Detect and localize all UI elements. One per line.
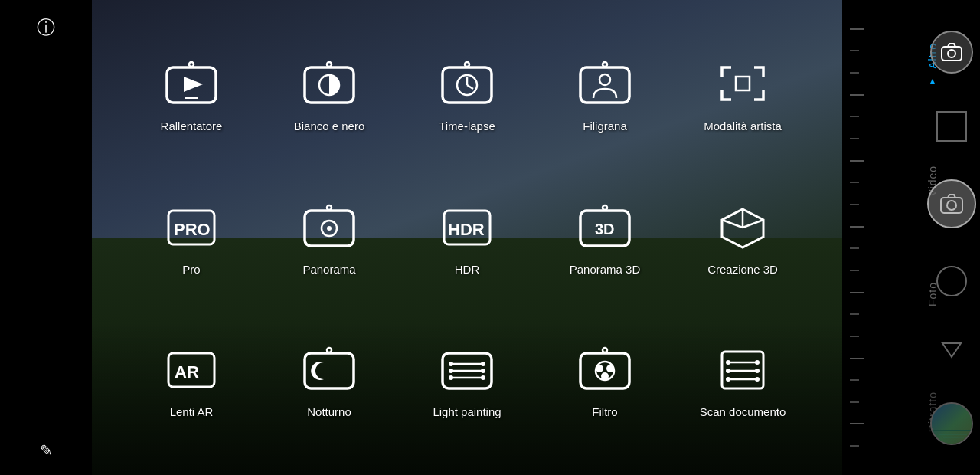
svg-point-34 [327, 348, 332, 352]
tick [850, 226, 864, 228]
svg-text:HDR: HDR [448, 220, 485, 239]
tick [850, 358, 864, 359]
mode-panorama[interactable]: Panorama [276, 200, 383, 276]
mode-pro[interactable]: PRO Pro [138, 200, 245, 276]
tick [850, 50, 859, 51]
panorama-3d-icon: 3D [574, 200, 635, 254]
mode-modalita-artista[interactable]: Modalità artista [689, 57, 796, 133]
mode-filtro[interactable]: Filtro [551, 342, 658, 418]
mode-filigrana[interactable]: Filigrana [551, 57, 658, 133]
circle-button[interactable] [936, 266, 967, 296]
svg-line-29 [722, 220, 743, 228]
tick [850, 445, 859, 447]
notturno-icon [299, 342, 360, 396]
panorama-icon [299, 200, 360, 254]
tick [850, 94, 864, 96]
lenti-ar-icon: AR [161, 342, 222, 396]
mode-notturno[interactable]: Notturno [276, 342, 383, 418]
rallentatore-label: Rallentatore [161, 120, 223, 133]
svg-point-14 [599, 74, 610, 85]
pro-label: Pro [182, 263, 200, 276]
tick [850, 313, 859, 315]
svg-point-38 [481, 362, 485, 366]
time-lapse-label: Time-lapse [439, 120, 495, 133]
svg-line-11 [467, 85, 473, 89]
shutter-button[interactable] [927, 179, 976, 228]
tick [850, 138, 859, 139]
svg-marker-65 [942, 343, 961, 357]
mode-hdr[interactable]: HDR HDR [413, 200, 521, 276]
creazione-3d-label: Creazione 3D [707, 263, 778, 276]
panorama-3d-label: Panorama 3D [570, 263, 641, 276]
mode-row-1: Rallentatore Bianco e nero [122, 23, 812, 166]
tick [850, 379, 859, 381]
filtro-label: Filtro [592, 405, 617, 418]
modalita-artista-label: Modalità artista [704, 120, 782, 133]
svg-point-40 [449, 369, 453, 373]
lenti-ar-label: Lenti AR [170, 405, 214, 418]
svg-point-25 [603, 205, 607, 210]
hdr-icon: HDR [436, 200, 498, 254]
svg-point-62 [948, 50, 956, 57]
svg-point-59 [726, 377, 730, 382]
camera-area: Rallentatore Bianco e nero [92, 0, 842, 475]
svg-point-1 [189, 62, 194, 67]
ruler [850, 0, 865, 475]
scan-documento-icon [712, 342, 773, 396]
mode-bianco-nero[interactable]: Bianco e nero [276, 57, 383, 133]
svg-point-43 [449, 375, 453, 380]
pro-icon: PRO [161, 200, 222, 254]
filigrana-label: Filigrana [583, 120, 627, 133]
edit-icon[interactable]: ✎ [40, 441, 53, 460]
rallentatore-icon [161, 57, 222, 110]
tick [850, 423, 864, 424]
tick [850, 182, 859, 183]
svg-point-37 [449, 362, 453, 366]
tick [850, 292, 864, 293]
mode-row-2: PRO Pro Panorama [122, 166, 812, 310]
tick [850, 270, 859, 271]
svg-point-19 [327, 205, 332, 210]
left-bar: ⓘ ✎ [0, 0, 92, 475]
mode-light-painting[interactable]: Light painting [413, 342, 521, 418]
tick [850, 28, 864, 30]
gallery-thumbnail[interactable] [930, 402, 973, 445]
tick [850, 247, 859, 249]
svg-point-48 [596, 365, 603, 372]
svg-marker-2 [184, 77, 203, 92]
mode-rallentatore[interactable]: Rallentatore [138, 57, 245, 133]
mode-scan-documento[interactable]: Scan documento [689, 342, 796, 418]
svg-text:AR: AR [175, 362, 199, 382]
svg-point-41 [481, 369, 485, 373]
svg-point-21 [327, 226, 332, 231]
bianco-nero-label: Bianco e nero [294, 120, 365, 133]
svg-point-54 [755, 360, 760, 365]
scan-documento-label: Scan documento [700, 405, 786, 418]
modalita-artista-icon [712, 57, 773, 110]
svg-point-66 [932, 404, 973, 445]
light-painting-label: Light painting [433, 405, 501, 418]
svg-point-46 [603, 348, 607, 352]
right-controls [927, 0, 976, 475]
mode-panorama-3d[interactable]: 3D Panorama 3D [551, 200, 658, 276]
svg-rect-61 [942, 47, 962, 61]
camera-top-button[interactable] [930, 31, 973, 74]
square-button[interactable] [936, 111, 967, 142]
svg-point-8 [465, 62, 469, 67]
tick [850, 204, 859, 205]
svg-text:PRO: PRO [174, 220, 211, 239]
mode-creazione-3d[interactable]: Creazione 3D [689, 200, 796, 276]
svg-point-64 [947, 201, 956, 210]
tick [850, 116, 859, 117]
mode-time-lapse[interactable]: Time-lapse [413, 57, 521, 133]
triangle-button[interactable] [936, 334, 967, 365]
right-sidebar: Altro ▲ Video Foto Ritratto [842, 0, 980, 475]
svg-point-13 [603, 62, 607, 67]
tick [850, 72, 859, 74]
svg-point-50 [601, 372, 609, 380]
svg-line-30 [743, 220, 763, 228]
mode-lenti-ar[interactable]: AR Lenti AR [138, 342, 245, 418]
svg-point-56 [726, 369, 730, 373]
creazione-3d-icon [712, 200, 773, 254]
info-icon[interactable]: ⓘ [37, 15, 55, 40]
